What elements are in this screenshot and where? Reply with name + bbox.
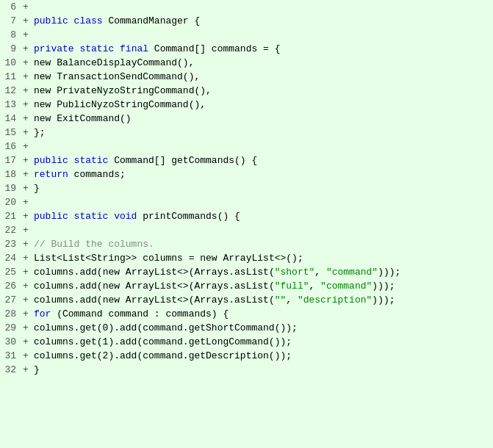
code-line: 28+ for (Command command : commands) { <box>0 307 493 321</box>
code-line: 32+ } <box>0 363 493 377</box>
token-kw: public <box>34 155 74 166</box>
code-line: 9+ private static final Command[] comman… <box>0 42 493 56</box>
token-plain: columns.get(2).add(command.getDescriptio… <box>34 350 292 361</box>
diff-marker: + <box>21 140 31 153</box>
code-content: public static void printCommands() { <box>31 209 493 223</box>
code-content: private static final Command[] commands … <box>31 42 493 56</box>
line-number: 11 <box>0 70 21 84</box>
code-line: 23+ // Build the columns. <box>0 237 493 251</box>
token-plain: columns.add( <box>34 267 103 278</box>
token-kw: final <box>120 43 154 54</box>
token-plain: new <box>200 253 223 264</box>
line-number: 6 <box>0 0 21 14</box>
diff-marker: + <box>21 195 31 209</box>
diff-marker: + <box>21 335 31 349</box>
token-plain: new <box>103 295 126 306</box>
token-plain: printCommands() { <box>143 211 240 222</box>
code-line: 7+public class CommandManager { <box>0 14 493 28</box>
token-kw: class <box>74 15 109 26</box>
line-number: 17 <box>0 153 21 167</box>
line-number: 8 <box>0 28 21 42</box>
diff-marker: + <box>21 56 31 70</box>
line-number: 30 <box>0 335 21 349</box>
code-content: } <box>31 363 493 377</box>
line-number: 14 <box>0 112 21 126</box>
token-str: "full" <box>275 281 309 292</box>
code-content: new PrivateNyzoStringCommand(), <box>31 84 493 98</box>
code-content: columns.add(new ArrayList<>(Arrays.asLis… <box>31 293 493 307</box>
code-line: 15+ }; <box>0 126 493 140</box>
code-content: new TransactionSendCommand(), <box>31 70 493 84</box>
line-number: 10 <box>0 56 21 70</box>
token-plain: , <box>314 267 326 278</box>
code-line: 24+ List<List<String>> columns = new Arr… <box>0 251 493 265</box>
token-plain: new <box>34 57 57 68</box>
code-line: 17+ public static Command[] getCommands(… <box>0 153 493 167</box>
code-line: 12+ new PrivateNyzoStringCommand(), <box>0 84 493 98</box>
code-content <box>31 0 493 14</box>
token-plain: new <box>34 99 57 110</box>
line-number: 12 <box>0 84 21 98</box>
token-plain: ))); <box>372 295 395 306</box>
token-kw: static <box>74 211 115 222</box>
diff-marker: + <box>21 209 31 223</box>
diff-marker: + <box>21 167 31 181</box>
code-content: columns.get(1).add(command.getLongComman… <box>31 335 493 349</box>
code-line: 29+ columns.get(0).add(command.getShortC… <box>0 321 493 335</box>
code-line: 26+ columns.add(new ArrayList<>(Arrays.a… <box>0 279 493 293</box>
token-str: "command" <box>326 267 378 278</box>
token-kw: public <box>34 15 74 26</box>
token-plain: } <box>34 183 40 194</box>
code-content: public class CommandManager { <box>31 14 493 28</box>
code-diff-view: 6+ 7+public class CommandManager {8+ 9+ … <box>0 0 493 448</box>
line-number: 16 <box>0 140 21 153</box>
diff-marker: + <box>21 279 31 293</box>
token-plain: new <box>34 71 57 82</box>
diff-marker: + <box>21 349 31 363</box>
token-comment: // Build the columns. <box>34 239 154 250</box>
line-number: 29 <box>0 321 21 335</box>
token-plain: new <box>34 85 57 96</box>
token-plain: new <box>34 113 57 124</box>
line-number: 23 <box>0 237 21 251</box>
code-content: // Build the columns. <box>31 237 493 251</box>
code-content: for (Command command : commands) { <box>31 307 493 321</box>
diff-marker: + <box>21 251 31 265</box>
diff-marker: + <box>21 0 31 14</box>
diff-marker: + <box>21 265 31 279</box>
code-content <box>31 140 493 153</box>
diff-marker: + <box>21 84 31 98</box>
token-plain: new <box>103 267 126 278</box>
line-number: 21 <box>0 209 21 223</box>
token-plain: BalanceDisplayCommand <box>57 57 177 68</box>
diff-marker: + <box>21 14 31 28</box>
line-number: 9 <box>0 42 21 56</box>
code-content: List<List<String>> columns = new ArrayLi… <box>31 251 493 265</box>
token-plain: ArrayList<>(Arrays.asList( <box>126 295 275 306</box>
line-number: 13 <box>0 98 21 112</box>
token-str: "command" <box>320 281 372 292</box>
code-content: columns.add(new ArrayList<>(Arrays.asLis… <box>31 279 493 293</box>
token-plain: commands; <box>74 169 126 180</box>
line-number: 25 <box>0 265 21 279</box>
token-plain: PrivateNyzoStringCommand <box>57 85 194 96</box>
code-content: new PublicNyzoStringCommand(), <box>31 98 493 112</box>
token-plain: columns.get(1).add(command.getLongComman… <box>34 336 292 347</box>
token-plain: List<List<String>> columns = <box>34 253 200 264</box>
line-number: 18 <box>0 167 21 181</box>
token-plain: , <box>309 281 321 292</box>
diff-marker: + <box>21 153 31 167</box>
token-plain: TransactionSendCommand <box>57 71 183 82</box>
code-line: 6+ <box>0 0 493 14</box>
line-number: 32 <box>0 363 21 377</box>
diff-marker: + <box>21 181 31 195</box>
line-number: 27 <box>0 293 21 307</box>
line-number: 19 <box>0 181 21 195</box>
code-line: 25+ columns.add(new ArrayList<>(Arrays.a… <box>0 265 493 279</box>
token-plain: columns.add( <box>34 295 103 306</box>
code-content: columns.get(0).add(command.getShortComma… <box>31 321 493 335</box>
code-line: 22+ <box>0 223 493 237</box>
code-line: 10+ new BalanceDisplayCommand(), <box>0 56 493 70</box>
token-plain: (Command command : commands) { <box>57 308 228 319</box>
token-kw: static <box>74 155 115 166</box>
